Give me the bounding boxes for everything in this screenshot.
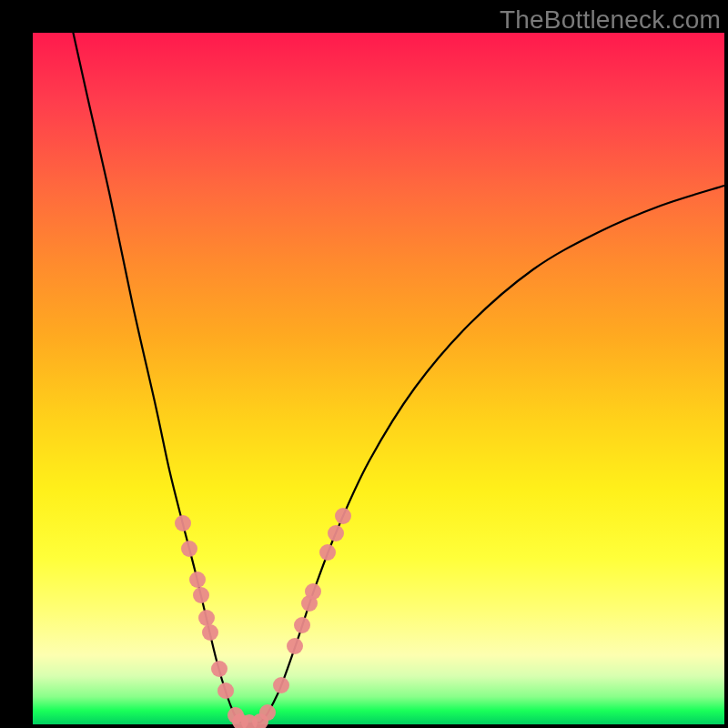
data-dot	[287, 638, 303, 654]
curve-right-branch	[260, 186, 724, 723]
data-dot	[189, 571, 206, 588]
data-dot	[319, 544, 336, 561]
data-dot	[328, 525, 344, 541]
data-dot	[181, 541, 197, 557]
chart-frame: TheBottleneck.com	[0, 0, 728, 728]
data-dot	[193, 587, 209, 603]
data-dot	[294, 617, 310, 633]
data-dot	[175, 515, 191, 531]
plot-area	[33, 33, 724, 724]
data-dot	[259, 704, 276, 721]
data-dot	[335, 508, 351, 524]
dots-group	[175, 508, 351, 728]
data-dot	[217, 682, 234, 699]
chart-svg	[33, 33, 724, 724]
data-dot	[202, 624, 218, 641]
watermark-text: TheBottleneck.com	[500, 5, 721, 35]
curve-group	[69, 15, 724, 723]
data-dot	[305, 583, 321, 600]
data-dot	[211, 661, 228, 677]
data-dot	[273, 677, 289, 693]
data-dot	[198, 610, 215, 626]
